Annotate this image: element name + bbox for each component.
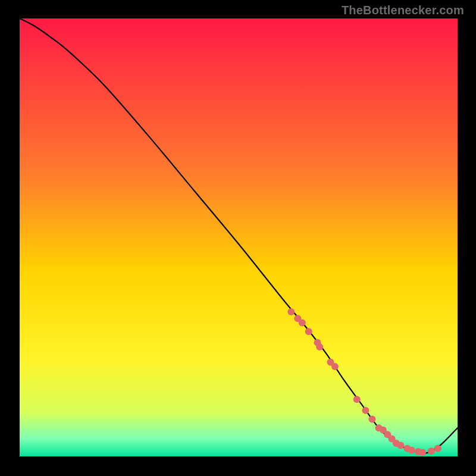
data-marker xyxy=(434,445,441,452)
data-marker xyxy=(353,396,361,403)
data-marker xyxy=(368,415,375,422)
figure-root: TheBottlenecker.com xyxy=(0,0,476,476)
attribution-label: TheBottlenecker.com xyxy=(342,4,464,17)
gradient-background xyxy=(20,18,458,456)
data-marker xyxy=(397,442,404,449)
chart-plot xyxy=(20,18,458,456)
data-marker xyxy=(362,407,369,414)
data-marker xyxy=(287,308,295,315)
data-marker xyxy=(419,449,426,456)
data-marker xyxy=(299,320,306,327)
data-marker xyxy=(331,363,339,370)
data-marker xyxy=(428,447,435,455)
data-marker xyxy=(408,447,415,454)
data-marker xyxy=(316,343,323,350)
data-marker xyxy=(305,328,312,335)
